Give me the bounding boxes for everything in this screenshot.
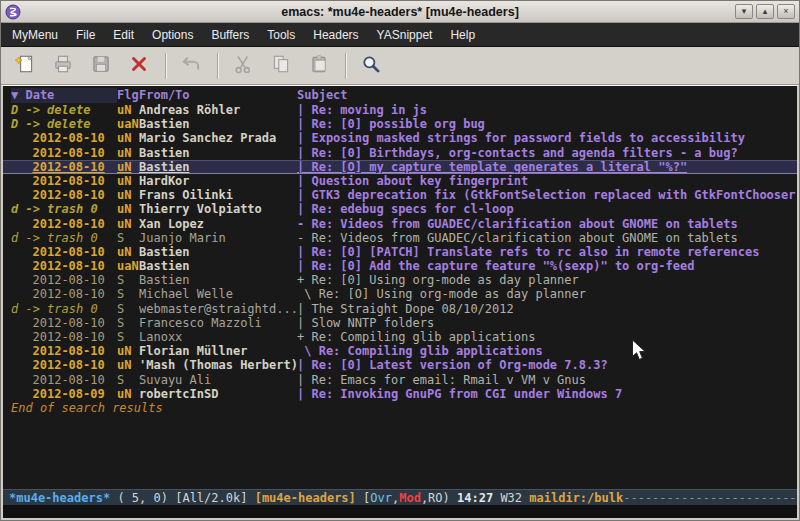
mode-line[interactable]: *mu4e-headers* ( 5, 0) [All/2.0k] [mu4e-… <box>3 489 797 505</box>
message-row[interactable]: 2012-08-09uNrobertcInSD| Re: Invoking Gn… <box>3 387 797 401</box>
message-row[interactable]: d -> trash 0SJuanjo Marin- Re: Videos fr… <box>3 231 797 245</box>
message-row[interactable]: 2012-08-10uaNBastien| Re: [0] Add the ca… <box>3 259 797 273</box>
message-row[interactable]: 2012-08-10SBastien+ Re: [0] Using org-mo… <box>3 273 797 287</box>
menu-buffers[interactable]: Buffers <box>202 24 258 46</box>
menu-edit[interactable]: Edit <box>104 24 143 46</box>
message-date-or-mark: d -> trash 0 <box>11 202 117 216</box>
column-header-from[interactable]: From/To <box>139 88 297 103</box>
message-from: 'Mash (Thomas Herbert) <box>139 358 297 372</box>
header-line: ▼ Date Flgs From/To Subject <box>3 88 797 103</box>
message-row[interactable]: 2012-08-10uNFlorian Müllner \ Re: Compil… <box>3 344 797 358</box>
message-row[interactable]: 2012-08-10SFrancesco Mazzoli| Slow NNTP … <box>3 316 797 330</box>
message-flags: uN <box>117 174 139 188</box>
maximize-button[interactable]: ▴ <box>756 4 774 19</box>
message-row[interactable]: 2012-08-10uNMario Sanchez Prada| Exposin… <box>3 131 797 145</box>
mode-line-segment: Mod <box>399 491 421 505</box>
menu-yasnippet[interactable]: YASnippet <box>368 24 442 46</box>
minimize-button[interactable]: ▾ <box>735 4 753 19</box>
message-from: webmaster@straightd... <box>139 302 297 316</box>
message-row[interactable]: 2012-08-10uNBastien| Re: [O] my capture … <box>3 160 797 174</box>
column-header-date[interactable]: ▼ Date <box>11 88 117 103</box>
save-button[interactable] <box>85 51 117 81</box>
message-row[interactable]: 2012-08-10uN'Mash (Thomas Herbert)| Re: … <box>3 358 797 372</box>
menu-bar: MyMenuFileEditOptionsBuffersToolsHeaders… <box>1 23 799 47</box>
mu4e-headers-buffer: ▼ Date Flgs From/To Subject D -> deleteu… <box>3 86 797 489</box>
message-subject: | Question about key fingerprint <box>297 174 797 188</box>
print-button[interactable] <box>47 51 79 81</box>
message-subject: \ Re: [O] Using org-mode as day planner <box>297 287 797 301</box>
message-from: Florian Müllner <box>139 344 297 358</box>
message-subject: | Re: edebug specs for cl-loop <box>297 202 797 216</box>
mode-line-segment: ( 5, 0) <box>110 491 175 505</box>
menu-help[interactable]: Help <box>441 24 484 46</box>
message-row[interactable]: D -> deleteuNAndreas Röhler| Re: moving … <box>3 103 797 117</box>
message-row[interactable]: d -> trash 0Swebmaster@straightd...| The… <box>3 302 797 316</box>
title-bar[interactable]: emacs: *mu4e-headers* [mu4e-headers] ▾▴× <box>1 1 799 23</box>
end-of-results-text: End of search results <box>3 401 797 415</box>
undo-button[interactable] <box>175 51 207 81</box>
message-row[interactable]: 2012-08-10uNBastien| Re: [0] [PATCH] Tra… <box>3 245 797 259</box>
message-from: Bastien <box>139 245 297 259</box>
message-subject: | Exposing masked strings for password f… <box>297 131 797 145</box>
message-row[interactable]: 2012-08-10SSuvayu Ali| Re: Emacs for ema… <box>3 373 797 387</box>
paste-button[interactable] <box>303 51 335 81</box>
message-date-or-mark: d -> trash 0 <box>11 302 117 316</box>
message-row[interactable]: 2012-08-10SLanoxx+ Re: Compiling glib ap… <box>3 330 797 344</box>
new-file-button[interactable] <box>9 51 41 81</box>
message-row[interactable]: D -> deleteuaNBastien| Re: [0] possible … <box>3 117 797 131</box>
message-date-or-mark: 2012-08-10 <box>11 316 117 330</box>
message-date-or-mark: 2012-08-10 <box>11 174 117 188</box>
copy-icon <box>270 53 292 79</box>
message-flags: uN <box>117 160 139 174</box>
message-subject: - Re: Videos from GUADEC/clarification a… <box>297 231 797 245</box>
message-row[interactable]: 2012-08-10uNHardKor| Question about key … <box>3 174 797 188</box>
echo-area[interactable] <box>3 505 797 518</box>
message-flags: uN <box>117 188 139 202</box>
search-button[interactable] <box>355 51 387 81</box>
message-subject: | The Straight Dope 08/10/2012 <box>297 302 797 316</box>
emacs-icon[interactable] <box>5 4 21 20</box>
menu-headers[interactable]: Headers <box>304 24 367 46</box>
message-flags: uN <box>117 358 139 372</box>
message-row[interactable]: 2012-08-10uNBastien| Re: [0] Birthdays, … <box>3 146 797 160</box>
message-from: Andreas Röhler <box>139 103 297 117</box>
close-buffer-button[interactable] <box>123 51 155 81</box>
message-from: Xan Lopez <box>139 217 297 231</box>
message-subject: | GTK3 deprecation fix (GtkFontSelection… <box>297 188 797 202</box>
copy-button[interactable] <box>265 51 297 81</box>
message-list: D -> deleteuNAndreas Röhler| Re: moving … <box>3 103 797 401</box>
message-flags: S <box>117 316 139 330</box>
cut-button[interactable] <box>227 51 259 81</box>
message-row[interactable]: d -> trash 0uNThierry Volpiatto| Re: ede… <box>3 202 797 216</box>
mode-line-segment: [All/2.0k] <box>175 491 254 505</box>
message-from: Michael Welle <box>139 287 297 301</box>
message-subject: | Re: [0] Add the capture feature "%(sex… <box>297 259 797 273</box>
message-flags: S <box>117 373 139 387</box>
print-icon <box>52 53 74 79</box>
message-date-or-mark: 2012-08-10 <box>11 259 117 273</box>
message-from: HardKor <box>139 174 297 188</box>
mode-line-segment: ----------------------------------------… <box>623 491 797 505</box>
menu-options[interactable]: Options <box>143 24 202 46</box>
message-from: Juanjo Marin <box>139 231 297 245</box>
message-flags: uN <box>117 387 139 401</box>
toolbar-separator <box>345 53 347 79</box>
column-header-flags[interactable]: Flgs <box>117 88 139 103</box>
close-buffer-icon <box>128 53 150 79</box>
message-date-or-mark: 2012-08-10 <box>11 287 117 301</box>
new-file-icon <box>14 53 36 79</box>
column-header-subject[interactable]: Subject <box>297 88 797 103</box>
message-subject: | Re: [0] possible org bug <box>297 117 797 131</box>
menu-mymenu[interactable]: MyMenu <box>3 24 67 46</box>
message-row[interactable]: 2012-08-10uNFrans Oilinki| GTK3 deprecat… <box>3 188 797 202</box>
close-button[interactable]: × <box>777 4 795 19</box>
menu-tools[interactable]: Tools <box>258 24 304 46</box>
message-row[interactable]: 2012-08-10SMichael Welle \ Re: [O] Using… <box>3 287 797 301</box>
message-row[interactable]: 2012-08-10uNXan Lopez- Re: Videos from G… <box>3 217 797 231</box>
message-date-or-mark: 2012-08-10 <box>11 217 117 231</box>
message-from: Bastien <box>139 146 297 160</box>
message-date-or-mark: 2012-08-10 <box>11 146 117 160</box>
message-subject: | Re: Invoking GnuPG from CGI under Wind… <box>297 387 797 401</box>
menu-file[interactable]: File <box>67 24 104 46</box>
message-flags: uaN <box>117 117 139 131</box>
